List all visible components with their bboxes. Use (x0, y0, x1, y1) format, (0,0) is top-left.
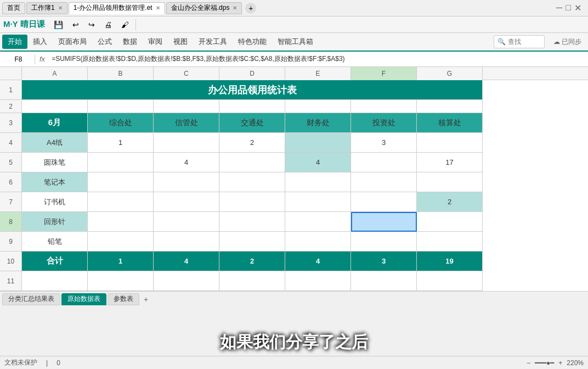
ribbon-tab-data[interactable]: 数据 (117, 35, 143, 49)
cell-a8[interactable]: 回形针 (22, 212, 88, 232)
cell-d9[interactable] (219, 232, 285, 251)
cell-f7[interactable] (351, 192, 417, 212)
ribbon-tab-dev[interactable]: 开发工具 (193, 35, 233, 49)
cell-g8[interactable] (417, 212, 483, 232)
cell-c3[interactable]: 信管处 (154, 113, 219, 133)
row-num-10[interactable]: 10 (0, 251, 22, 271)
cell-f4[interactable]: 3 (351, 133, 417, 153)
tab-add[interactable]: + (245, 3, 256, 14)
cell-d7[interactable] (219, 192, 285, 212)
cell-e3[interactable]: 财务处 (285, 113, 351, 133)
cell-b10[interactable]: 1 (88, 251, 154, 271)
undo-btn[interactable]: ↩ (69, 18, 83, 31)
cell-b6[interactable] (88, 172, 154, 192)
cell-f9[interactable] (351, 232, 417, 251)
cell-g5[interactable]: 17 (417, 153, 483, 172)
col-header-d[interactable]: D (219, 67, 285, 80)
print-btn[interactable]: 🖨 (100, 18, 116, 31)
ribbon-tab-review[interactable]: 审阅 (143, 35, 168, 49)
sync-status[interactable]: ☁ 已同步 (549, 36, 586, 48)
cell-b7[interactable] (88, 192, 154, 212)
cell-e2[interactable] (285, 100, 351, 113)
cell-f2[interactable] (351, 100, 417, 113)
row-num-1[interactable]: 1 (0, 80, 22, 100)
cell-e10[interactable]: 4 (285, 251, 351, 271)
cell-b11[interactable] (88, 271, 154, 291)
tab-close-workbook1[interactable]: ✕ (58, 5, 63, 11)
cell-c4[interactable] (154, 133, 219, 153)
col-header-g[interactable]: G (417, 67, 483, 80)
cell-c6[interactable] (154, 172, 219, 192)
cell-g4[interactable] (417, 133, 483, 153)
cell-c7[interactable] (154, 192, 219, 212)
cell-d10[interactable]: 2 (219, 251, 285, 271)
col-header-e[interactable]: E (285, 67, 351, 80)
cell-b3[interactable]: 综合处 (88, 113, 154, 133)
tab-dps-file[interactable]: 金山办公全家福.dps ✕ (166, 2, 242, 14)
col-header-b[interactable]: B (88, 67, 154, 80)
cell-c8[interactable] (154, 212, 219, 232)
ribbon-tab-smart[interactable]: 智能工具箱 (272, 35, 319, 49)
row-num-7[interactable]: 7 (0, 192, 22, 212)
row-num-4[interactable]: 4 (0, 133, 22, 153)
cell-d3[interactable]: 交通处 (219, 113, 285, 133)
ribbon-tab-page[interactable]: 页面布局 (53, 35, 92, 49)
cell-g11[interactable] (417, 271, 483, 291)
cell-d5[interactable] (219, 153, 285, 172)
cell-c5[interactable]: 4 (154, 153, 219, 172)
cell-a4[interactable]: A4纸 (22, 133, 88, 153)
ribbon-search[interactable]: 🔍 (494, 35, 545, 48)
cell-d4[interactable]: 2 (219, 133, 285, 153)
cell-a1[interactable]: 办公用品领用统计表 (22, 80, 483, 100)
row-num-8[interactable]: 8 (0, 212, 22, 232)
minimize-icon[interactable]: ─ (556, 3, 562, 13)
cell-a11[interactable] (22, 271, 88, 291)
ribbon-tab-insert[interactable]: 插入 (27, 35, 53, 49)
format-brush-btn[interactable]: 🖌 (117, 18, 133, 31)
cell-a2[interactable] (22, 100, 88, 113)
ribbon-tab-view[interactable]: 视图 (168, 35, 193, 49)
tab-workbook1[interactable]: 工作簿1 ✕ (26, 2, 67, 14)
row-num-6[interactable]: 6 (0, 172, 22, 192)
cell-g2[interactable] (417, 100, 483, 113)
cell-e5[interactable]: 4 (285, 153, 351, 172)
sheet-tab-raw[interactable]: 原始数据表 (61, 293, 106, 305)
row-num-2[interactable]: 2 (0, 100, 22, 113)
cell-a9[interactable]: 铅笔 (22, 232, 88, 251)
cell-e6[interactable] (285, 172, 351, 192)
col-header-c[interactable]: C (154, 67, 219, 80)
ribbon-tab-start[interactable]: 开始 (2, 35, 27, 49)
cell-c2[interactable] (154, 100, 219, 113)
search-input[interactable] (508, 38, 541, 46)
cell-c10[interactable]: 4 (154, 251, 219, 271)
col-header-f[interactable]: F (351, 67, 417, 80)
cell-b5[interactable] (88, 153, 154, 172)
ribbon-tab-feature[interactable]: 特色功能 (233, 35, 272, 49)
row-num-9[interactable]: 9 (0, 232, 22, 251)
cell-e7[interactable] (285, 192, 351, 212)
cell-f5[interactable] (351, 153, 417, 172)
cell-e8[interactable] (285, 212, 351, 232)
cell-f3[interactable]: 投资处 (351, 113, 417, 133)
cell-f10[interactable]: 3 (351, 251, 417, 271)
save-btn[interactable]: 💾 (50, 18, 67, 31)
cell-reference[interactable]: F8 (2, 54, 35, 64)
cell-a7[interactable]: 订书机 (22, 192, 88, 212)
cell-g3[interactable]: 核算处 (417, 113, 483, 133)
cell-b9[interactable] (88, 232, 154, 251)
cell-d2[interactable] (219, 100, 285, 113)
tab-close-et[interactable]: ✕ (156, 5, 160, 11)
zoom-in-btn[interactable]: + (558, 359, 562, 367)
cell-a5[interactable]: 圆珠笔 (22, 153, 88, 172)
cell-d6[interactable] (219, 172, 285, 192)
cell-a6[interactable]: 笔记本 (22, 172, 88, 192)
cell-a3[interactable]: 6月 (22, 113, 88, 133)
cell-c9[interactable] (154, 232, 219, 251)
cell-g9[interactable] (417, 232, 483, 251)
cell-d8[interactable] (219, 212, 285, 232)
zoom-slider[interactable]: ━━━●━ (535, 359, 554, 367)
row-num-11[interactable]: 11 (0, 271, 22, 291)
col-header-a[interactable]: A (22, 67, 88, 80)
cell-b2[interactable] (88, 100, 154, 113)
row-num-3[interactable]: 3 (0, 113, 22, 133)
